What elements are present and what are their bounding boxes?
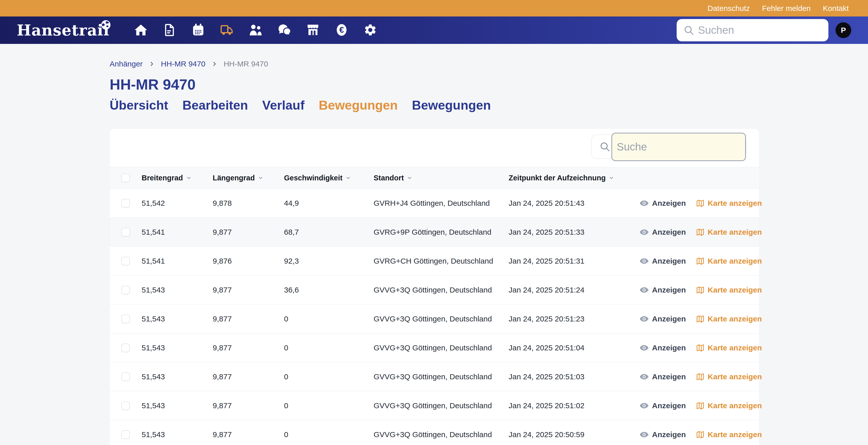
- row-checkbox[interactable]: [121, 315, 130, 323]
- row-checkbox[interactable]: [121, 257, 130, 265]
- show-map-button[interactable]: Karte anzeigen: [696, 344, 762, 352]
- nav-users-button[interactable]: [248, 23, 263, 37]
- table-row: 51,543 9,877 36,6 GVVG+3Q Göttingen, Deu…: [110, 276, 759, 305]
- nav-calendar-button[interactable]: [191, 23, 205, 37]
- select-all-checkbox[interactable]: [121, 173, 130, 182]
- show-map-button[interactable]: Karte anzeigen: [696, 228, 762, 236]
- show-map-button[interactable]: Karte anzeigen: [696, 401, 762, 410]
- topbar-link[interactable]: Kontakt: [823, 4, 849, 13]
- nav-chat-button[interactable]: [277, 23, 291, 37]
- column-header-zeitpunkt[interactable]: Zeitpunkt der Aufzeichnung: [508, 174, 614, 182]
- table-row: 51,543 9,877 0 GVVG+3Q Göttingen, Deutsc…: [110, 333, 759, 362]
- cell-laengengrad: 9,876: [213, 257, 284, 265]
- map-icon: [696, 373, 705, 381]
- globe-icon: [100, 16, 112, 27]
- row-checkbox[interactable]: [121, 199, 130, 208]
- cell-standort: GVRG+CH Göttingen, Deutschland: [374, 257, 508, 265]
- cell-geschwindigkeit: 44,9: [284, 199, 374, 208]
- breadcrumb-item: HH-MR 9470: [224, 60, 268, 68]
- show-map-button[interactable]: Karte anzeigen: [696, 315, 762, 323]
- row-checkbox[interactable]: [121, 373, 130, 381]
- view-button[interactable]: Anzeigen: [639, 285, 686, 295]
- view-button[interactable]: Anzeigen: [639, 343, 686, 353]
- view-button[interactable]: Anzeigen: [639, 372, 686, 382]
- nav-euro-button[interactable]: €: [335, 23, 349, 37]
- breadcrumb-item[interactable]: Anhänger: [110, 60, 143, 68]
- cell-standort: GVRG+9P Göttingen, Deutschland: [374, 228, 508, 236]
- show-map-button[interactable]: Karte anzeigen: [696, 430, 762, 439]
- topbar-link[interactable]: Datenschutz: [708, 4, 750, 13]
- view-button[interactable]: Anzeigen: [639, 198, 686, 208]
- table-row: 51,543 9,877 0 GVVG+3Q Göttingen, Deutsc…: [110, 305, 759, 333]
- map-icon: [696, 430, 705, 439]
- row-checkbox[interactable]: [121, 430, 130, 439]
- svg-text:€: €: [339, 25, 344, 34]
- column-header-laengengrad[interactable]: Längengrad: [213, 174, 264, 182]
- global-search: [677, 19, 828, 41]
- nav-gear-button[interactable]: [363, 23, 377, 37]
- breadcrumb-item[interactable]: HH-MR 9470: [161, 60, 205, 68]
- cell-zeitpunkt: Jan 24, 2025 20:51:04: [508, 344, 639, 352]
- cell-standort: GVVG+3Q Göttingen, Deutschland: [374, 286, 508, 294]
- nav-home-button[interactable]: [134, 23, 148, 37]
- eye-icon: [639, 198, 649, 208]
- cell-zeitpunkt: Jan 24, 2025 20:51:02: [508, 401, 639, 410]
- map-icon: [696, 199, 705, 208]
- cell-zeitpunkt: Jan 24, 2025 20:51:24: [508, 286, 639, 294]
- view-button[interactable]: Anzeigen: [639, 430, 686, 439]
- nav-store-button[interactable]: [306, 23, 320, 37]
- tab-übersicht-0[interactable]: Übersicht: [110, 98, 168, 113]
- tab-bearbeiten-1[interactable]: Bearbeiten: [183, 98, 248, 113]
- gear-icon: [364, 23, 377, 37]
- global-search-input[interactable]: [698, 24, 820, 36]
- cell-zeitpunkt: Jan 24, 2025 20:51:33: [508, 228, 639, 236]
- eye-icon: [639, 314, 649, 324]
- show-map-button[interactable]: Karte anzeigen: [696, 199, 762, 208]
- cell-geschwindigkeit: 36,6: [284, 286, 374, 294]
- chevron-down-icon: [609, 175, 614, 181]
- row-checkbox[interactable]: [121, 286, 130, 294]
- column-header-breitengrad[interactable]: Breitengrad: [142, 174, 192, 182]
- topbar-link[interactable]: Fehler melden: [762, 4, 811, 13]
- tab-verlauf-2[interactable]: Verlauf: [262, 98, 305, 113]
- chevron-down-icon: [186, 175, 192, 181]
- column-header-geschwindigkeit[interactable]: Geschwindigkeit: [284, 174, 351, 182]
- cell-laengengrad: 9,878: [213, 199, 284, 208]
- row-checkbox[interactable]: [121, 344, 130, 352]
- row-checkbox[interactable]: [121, 401, 130, 410]
- tab-bewegungen-4[interactable]: Bewegungen: [412, 98, 491, 113]
- cell-zeitpunkt: Jan 24, 2025 20:51:03: [508, 373, 639, 381]
- cell-laengengrad: 9,877: [213, 344, 284, 352]
- cell-standort: GVRH+J4 Göttingen, Deutschland: [374, 199, 508, 208]
- document-icon: [163, 23, 176, 37]
- main-navbar: Hansetrail € P: [0, 17, 868, 44]
- cell-standort: GVVG+3Q Göttingen, Deutschland: [374, 373, 508, 381]
- user-avatar[interactable]: P: [836, 22, 851, 38]
- tab-bewegungen-3[interactable]: Bewegungen: [319, 98, 398, 113]
- view-button[interactable]: Anzeigen: [639, 227, 686, 237]
- view-button[interactable]: Anzeigen: [639, 256, 686, 266]
- view-button[interactable]: Anzeigen: [639, 314, 686, 324]
- row-checkbox[interactable]: [121, 228, 130, 236]
- table-row: 51,543 9,877 0 GVVG+3Q Göttingen, Deutsc…: [110, 420, 759, 445]
- chevron-down-icon: [345, 175, 351, 181]
- nav-truck-button[interactable]: [220, 23, 234, 37]
- cell-laengengrad: 9,877: [213, 286, 284, 294]
- show-map-button[interactable]: Karte anzeigen: [696, 286, 762, 294]
- column-header-standort[interactable]: Standort: [374, 174, 412, 182]
- nav-document-button[interactable]: [162, 23, 177, 37]
- cell-breitengrad: 51,543: [142, 373, 213, 381]
- chevron-down-icon: [407, 175, 412, 181]
- brand-logo[interactable]: Hansetrail: [17, 21, 110, 39]
- cell-breitengrad: 51,541: [142, 257, 213, 265]
- view-button[interactable]: Anzeigen: [639, 401, 686, 411]
- search-icon: [683, 25, 694, 36]
- truck-icon: [220, 23, 234, 37]
- table-search-input[interactable]: [611, 133, 746, 161]
- table-row: 51,542 9,878 44,9 GVRH+J4 Göttingen, Deu…: [110, 189, 759, 218]
- cell-geschwindigkeit: 92,3: [284, 257, 374, 265]
- show-map-button[interactable]: Karte anzeigen: [696, 373, 762, 381]
- cell-laengengrad: 9,877: [213, 401, 284, 410]
- table-body: 51,542 9,878 44,9 GVRH+J4 Göttingen, Deu…: [110, 189, 759, 445]
- show-map-button[interactable]: Karte anzeigen: [696, 257, 762, 265]
